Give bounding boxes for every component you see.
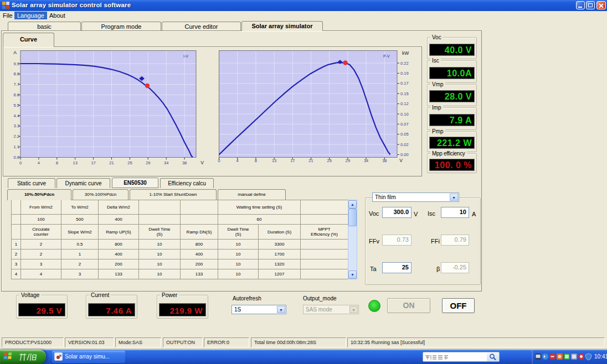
svg-text:0: 0 xyxy=(19,160,22,165)
svg-text:0.19: 0.19 xyxy=(400,71,409,76)
svg-text:4: 4 xyxy=(38,160,40,165)
svg-text:38: 38 xyxy=(182,160,187,165)
svg-text:29: 29 xyxy=(146,160,150,165)
svg-text:V: V xyxy=(200,160,204,165)
svg-text:25: 25 xyxy=(127,160,132,165)
svg-text:0.17: 0.17 xyxy=(400,81,409,86)
svg-text:P-V: P-V xyxy=(383,54,390,58)
svg-text:A: A xyxy=(13,50,17,55)
svg-text:0.07: 0.07 xyxy=(400,122,409,127)
svg-text:0.12: 0.12 xyxy=(400,101,409,106)
svg-text:I-V: I-V xyxy=(183,54,188,58)
svg-text:34: 34 xyxy=(164,160,168,165)
svg-text:0.05: 0.05 xyxy=(400,132,409,137)
svg-text:13: 13 xyxy=(73,160,78,165)
svg-text:kW: kW xyxy=(402,50,409,56)
svg-text:0.02: 0.02 xyxy=(400,142,409,147)
svg-text:0.15: 0.15 xyxy=(400,91,409,96)
svg-text:0.00: 0.00 xyxy=(400,152,409,157)
svg-text:0.22: 0.22 xyxy=(400,61,409,66)
svg-text:21: 21 xyxy=(109,160,114,165)
svg-text:0.10: 0.10 xyxy=(400,112,409,117)
svg-text:17: 17 xyxy=(91,160,95,165)
svg-text:V: V xyxy=(399,158,403,163)
svg-text:8: 8 xyxy=(56,160,58,165)
